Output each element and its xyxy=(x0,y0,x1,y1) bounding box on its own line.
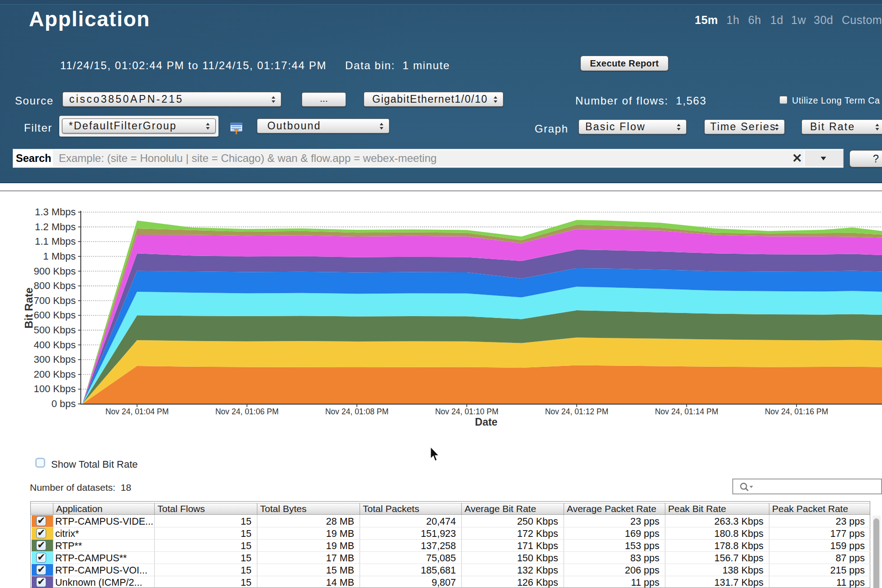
svg-text:100 Kbps: 100 Kbps xyxy=(34,383,76,394)
svg-text:Nov 24, 01:10 PM: Nov 24, 01:10 PM xyxy=(435,407,498,416)
svg-text:Nov 24, 01:12 PM: Nov 24, 01:12 PM xyxy=(545,407,608,416)
svg-text:600 Kbps: 600 Kbps xyxy=(34,309,76,321)
svg-text:Nov 24, 01:14 PM: Nov 24, 01:14 PM xyxy=(655,407,718,416)
svg-text:Nov 24, 01:06 PM: Nov 24, 01:06 PM xyxy=(215,407,279,416)
svg-text:400 Kbps: 400 Kbps xyxy=(34,339,76,351)
svg-text:200 Kbps: 200 Kbps xyxy=(34,369,76,380)
svg-text:700 Kbps: 700 Kbps xyxy=(34,295,76,306)
svg-text:1.3 Mbps: 1.3 Mbps xyxy=(35,206,76,218)
svg-text:Bit Rate: Bit Rate xyxy=(23,288,35,329)
svg-text:1 Mbps: 1 Mbps xyxy=(43,251,76,262)
svg-text:Nov 24, 01:08 PM: Nov 24, 01:08 PM xyxy=(325,407,389,416)
svg-text:1.2 Mbps: 1.2 Mbps xyxy=(35,221,76,232)
svg-text:900 Kbps: 900 Kbps xyxy=(34,266,76,277)
svg-text:Date: Date xyxy=(475,416,498,428)
svg-text:500 Kbps: 500 Kbps xyxy=(34,324,76,336)
svg-text:Nov 24, 01:16 PM: Nov 24, 01:16 PM xyxy=(765,407,828,416)
svg-text:0 bps: 0 bps xyxy=(52,398,76,409)
svg-text:1.1 Mbps: 1.1 Mbps xyxy=(35,236,76,247)
svg-text:800 Kbps: 800 Kbps xyxy=(34,280,76,291)
svg-text:300 Kbps: 300 Kbps xyxy=(34,354,76,365)
svg-text:Nov 24, 01:04 PM: Nov 24, 01:04 PM xyxy=(105,407,169,416)
